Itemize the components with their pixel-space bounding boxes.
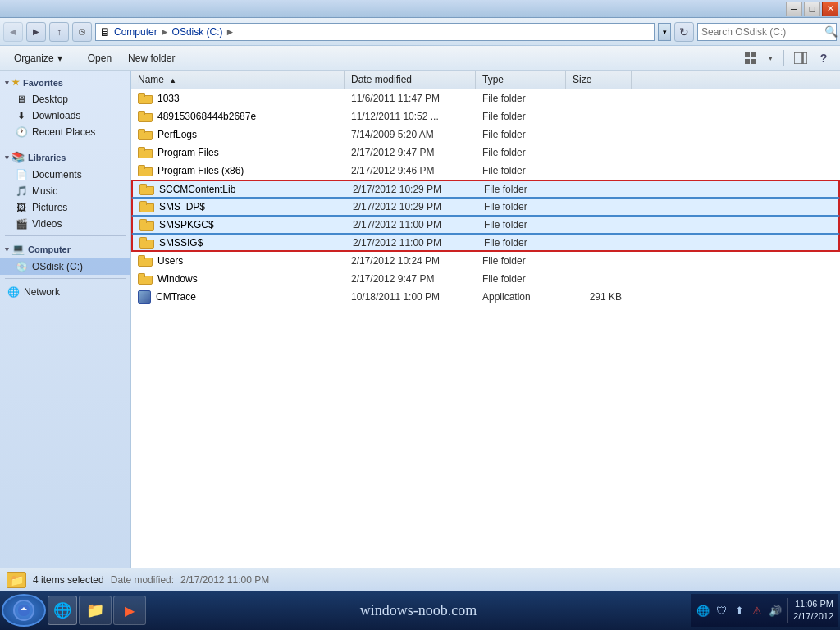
taskbar-ie-button[interactable]: 🌐 <box>48 596 77 625</box>
path-computer: Computer <box>114 26 158 38</box>
file-name-cell: Program Files (x86) <box>131 163 345 178</box>
file-name-text: Users <box>158 255 183 267</box>
file-name-text: CMTrace <box>156 291 196 303</box>
sidebar-divider-1 <box>5 144 126 144</box>
file-name-cell: SMSPKGC$ <box>133 217 346 232</box>
refresh-button[interactable]: ↻ <box>674 22 694 42</box>
tray-update-icon[interactable]: ⬆ <box>732 603 746 618</box>
tray-audio-icon[interactable]: 🔊 <box>768 603 783 618</box>
col-header-type[interactable]: Type <box>476 71 566 89</box>
sidebar-item-network[interactable]: 🌐 Network <box>0 282 130 302</box>
help-button[interactable]: ? <box>814 48 833 68</box>
sidebar-item-documents[interactable]: 📄 Documents <box>0 167 130 183</box>
taskbar-mediaplayer-button[interactable]: ▶ <box>113 596 146 625</box>
col-header-date[interactable]: Date modified <box>345 71 476 89</box>
file-date-cell: 2/17/2012 9:47 PM <box>345 272 476 286</box>
sidebar-item-pictures[interactable]: 🖼 Pictures <box>0 199 130 216</box>
file-size-cell <box>566 277 632 281</box>
organize-button[interactable]: Organize ▾ <box>7 48 70 68</box>
folder-icon <box>138 147 153 158</box>
libraries-arrow: ▾ <box>5 153 9 162</box>
file-date-cell: 11/12/2011 10:52 ... <box>345 109 476 124</box>
view-dropdown-button[interactable]: ▾ <box>764 48 777 68</box>
table-row[interactable]: PerfLogs 7/14/2009 5:20 AM File folder <box>131 126 840 144</box>
favorites-section[interactable]: ▾ ★ Favorites <box>0 74 130 91</box>
toolbar: Organize ▾ Open New folder ▾ ? <box>0 46 840 71</box>
sidebar-item-downloads[interactable]: ⬇ Downloads <box>0 107 130 124</box>
col-header-name[interactable]: Name ▲ <box>131 71 345 89</box>
sidebar-item-desktop[interactable]: 🖥 Desktop <box>0 91 130 107</box>
status-folder-icon: 📁 <box>7 572 26 588</box>
desktop-icon: 🖥 <box>15 93 28 106</box>
sidebar-desktop-label: Desktop <box>32 94 68 105</box>
taskbar-explorer-button[interactable]: 📁 <box>79 596 112 625</box>
recent-places-icon: 🕐 <box>15 126 28 139</box>
back-button[interactable]: ◀ <box>3 22 23 42</box>
address-dropdown-button[interactable]: ▾ <box>658 23 671 41</box>
folder-icon <box>139 219 154 231</box>
table-row[interactable]: Program Files 2/17/2012 9:47 PM File fol… <box>131 144 840 162</box>
svg-rect-5 <box>803 52 807 64</box>
file-date-cell: 2/17/2012 11:00 PM <box>346 235 477 250</box>
mediaplayer-icon: ▶ <box>125 603 135 619</box>
time-display[interactable]: 11:06 PM 2/17/2012 <box>793 598 833 623</box>
table-row[interactable]: SMS_DP$ 2/17/2012 10:29 PM File folder <box>131 198 840 216</box>
file-size-cell <box>566 115 632 118</box>
search-icon[interactable]: 🔍 <box>824 25 838 38</box>
preview-pane-button[interactable] <box>791 48 810 68</box>
open-button[interactable]: Open <box>80 48 119 68</box>
table-row[interactable]: 1033 11/6/2011 11:47 PM File folder <box>131 89 840 107</box>
svg-rect-4 <box>794 52 802 64</box>
main-area: ▾ ★ Favorites 🖥 Desktop ⬇ Downloads 🕐 Re… <box>0 71 840 568</box>
up-button[interactable]: ↑ <box>49 22 69 42</box>
file-type-cell: File folder <box>476 272 566 286</box>
file-type-cell: File folder <box>477 235 568 250</box>
file-name-cell: PerfLogs <box>131 127 345 142</box>
start-button[interactable] <box>2 594 46 627</box>
recent-locations-button[interactable] <box>72 22 92 42</box>
sidebar-item-music[interactable]: 🎵 Music <box>0 183 130 199</box>
favorites-label: Favorites <box>23 78 63 88</box>
clock-date: 2/17/2012 <box>793 610 833 623</box>
table-row[interactable]: SCCMContentLib 2/17/2012 10:29 PM File f… <box>131 180 840 198</box>
table-row[interactable]: SMSSIG$ 2/17/2012 11:00 PM File folder <box>131 234 840 252</box>
search-input[interactable] <box>701 26 824 38</box>
sidebar-item-videos[interactable]: 🎬 Videos <box>0 216 130 232</box>
tray-warning-icon[interactable]: ⚠ <box>750 603 765 618</box>
taskbar-center: windows-noob.com <box>148 602 689 619</box>
file-name-text: 489153068444b2687e <box>158 111 256 122</box>
file-date-cell: 11/6/2011 11:47 PM <box>345 91 476 106</box>
folder-icon <box>138 273 153 285</box>
tray-network-icon[interactable]: 🌐 <box>696 603 710 618</box>
file-size-cell <box>566 133 632 136</box>
col-header-size[interactable]: Size <box>566 71 632 89</box>
folder-icon <box>139 237 154 249</box>
folder-icon <box>139 184 154 195</box>
documents-icon: 📄 <box>15 168 28 181</box>
sidebar-item-osdisk[interactable]: 💿 OSdisk (C:) <box>0 258 130 275</box>
tray-security-icon[interactable]: 🛡 <box>714 603 728 618</box>
table-row[interactable]: Users 2/17/2012 10:24 PM File folder <box>131 252 840 270</box>
address-path[interactable]: 🖥 Computer ► OSdisk (C:) ► <box>95 23 655 41</box>
maximize-button[interactable]: □ <box>804 2 820 16</box>
toolbar-right: ▾ ? <box>741 48 833 68</box>
table-row[interactable]: 489153068444b2687e 11/12/2011 10:52 ... … <box>131 107 840 126</box>
libraries-section[interactable]: ▾ 📚 Libraries <box>0 148 130 167</box>
table-row[interactable]: SMSPKGC$ 2/17/2012 11:00 PM File folder <box>131 216 840 234</box>
file-size-cell <box>566 169 632 172</box>
svg-rect-3 <box>751 59 756 64</box>
table-row[interactable]: CMTrace 10/18/2011 1:00 PM Application 2… <box>131 288 840 306</box>
table-row[interactable]: Windows 2/17/2012 9:47 PM File folder <box>131 270 840 288</box>
close-button[interactable]: ✕ <box>822 2 838 16</box>
downloads-icon: ⬇ <box>15 109 28 122</box>
file-size-cell: 291 KB <box>566 290 632 304</box>
change-view-button[interactable] <box>741 48 760 68</box>
minimize-button[interactable]: ─ <box>786 2 802 16</box>
table-row[interactable]: Program Files (x86) 2/17/2012 9:46 PM Fi… <box>131 162 840 180</box>
forward-button[interactable]: ▶ <box>26 22 46 42</box>
explorer-icon: 📁 <box>86 601 104 619</box>
new-folder-button[interactable]: New folder <box>121 48 182 68</box>
computer-section[interactable]: ▾ 💻 Computer <box>0 240 130 258</box>
libraries-label: Libraries <box>28 153 66 162</box>
sidebar-item-recent-places[interactable]: 🕐 Recent Places <box>0 124 130 140</box>
